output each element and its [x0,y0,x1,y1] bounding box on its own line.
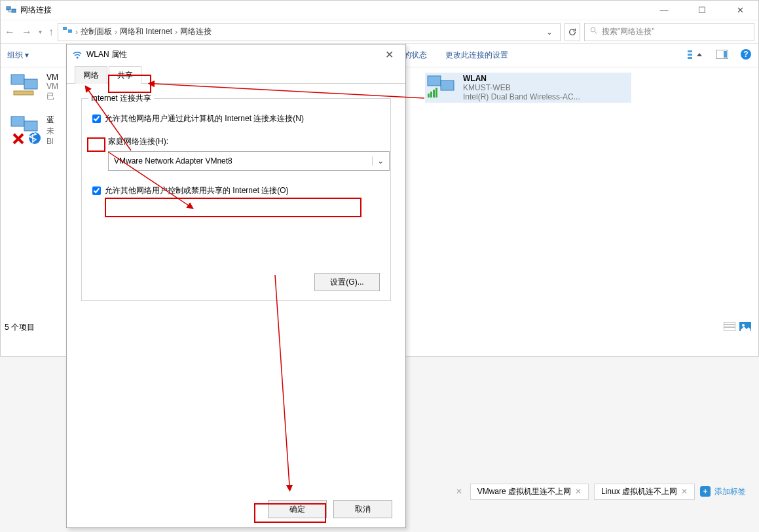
cancel-button[interactable]: 取消 [333,500,392,518]
connection-wlan[interactable]: WLAN KMUST-WEB Intel(R) Dual Band Wirele… [425,73,631,103]
wlan-adapter-icon [426,74,458,100]
group-legend: Internet 连接共享 [88,93,154,104]
wlan-properties-dialog: WLAN 属性 ✕ 网络 共享 Internet 连接共享 允许其他网络用户通过… [66,44,406,528]
close-icon[interactable]: ✕ [575,487,582,496]
plus-icon: + [700,486,711,497]
view-options-icon[interactable] [688,49,705,62]
ics-groupbox: Internet 连接共享 允许其他网络用户通过此计算机的 Internet 连… [81,98,391,301]
svg-rect-14 [428,94,430,98]
svg-rect-16 [433,90,435,98]
search-icon [590,27,598,37]
item-count: 5 个项目 [5,322,35,333]
crumb-1[interactable]: 控制面板 [81,26,112,37]
up-button[interactable]: ↑ [48,26,54,38]
toolbar-change-settings[interactable]: 更改此连接的设置 [445,50,508,61]
address-dropdown[interactable]: ⌄ [543,27,556,37]
allow-control-label: 允许其他网络用户控制或禁用共享的 Internet 连接(O) [105,185,289,196]
dialog-titlebar: WLAN 属性 ✕ [67,44,405,64]
wifi-icon [72,49,83,60]
home-connection-label: 家庭网络连接(H): [108,136,380,147]
tag-bar: ✕ VMware 虚拟机里连不上网✕ Linux 虚拟机连不上网✕ +添加标签 [0,481,759,502]
nav-arrows: ← → ▾ ↑ [5,26,54,38]
thumbnails-view-icon[interactable] [739,322,751,333]
window-controls: ― ☐ ✕ [651,5,753,15]
network-icon [6,5,16,16]
allow-control-checkbox[interactable] [92,186,101,195]
bt-adapter-icon [10,115,41,141]
organize-menu[interactable]: 组织 ▾ [7,50,29,61]
wlan-name: WLAN [463,74,580,83]
maximize-button[interactable]: ☐ [689,5,715,15]
close-icon[interactable]: ✕ [681,487,688,496]
combo-value: VMware Network Adapter VMnet8 [114,156,232,166]
add-tag-button[interactable]: +添加标签 [700,486,746,497]
svg-point-26 [742,324,745,327]
close-button[interactable]: ✕ [727,5,753,15]
svg-point-27 [77,57,79,59]
svg-rect-20 [14,91,33,95]
svg-rect-9 [724,51,727,58]
svg-rect-0 [7,7,10,10]
wlan-ssid: KMUST-WEB [463,83,580,92]
svg-rect-24 [724,322,735,331]
wlan-adapter: Intel(R) Dual Band Wireless-AC... [463,92,580,101]
svg-rect-21 [11,116,24,126]
breadcrumb[interactable]: › 控制面板 › 网络和 Internet › 网络连接 ⌄ [58,23,561,41]
home-connection-combo[interactable]: VMware Network Adapter VMnet8 ⌄ [108,151,390,171]
svg-rect-22 [24,121,37,131]
tag-2[interactable]: Linux 虚拟机连不上网✕ [594,484,695,500]
svg-rect-12 [428,76,441,86]
settings-button[interactable]: 设置(G)... [314,273,380,291]
tab-sharing[interactable]: 共享 [109,66,141,84]
tag-1[interactable]: VMware 虚拟机里连不上网✕ [470,484,589,500]
forward-button[interactable]: → [22,26,32,38]
svg-point-23 [29,132,41,144]
svg-rect-15 [430,92,432,98]
svg-rect-3 [68,29,72,33]
tag-remove-x[interactable]: ✕ [453,487,465,496]
ok-button[interactable]: 确定 [268,500,327,518]
allow-sharing-label: 允许其他网络用户通过此计算机的 Internet 连接来连接(N) [105,113,304,124]
svg-rect-5 [688,50,692,52]
breadcrumb-icon [62,26,73,38]
dialog-title: WLAN 属性 [86,49,127,60]
adapter-icon [10,73,41,99]
svg-rect-6 [688,54,692,56]
svg-rect-2 [63,27,67,30]
svg-rect-17 [435,88,437,98]
search-placeholder: 搜索"网络连接" [602,26,655,37]
crumb-2[interactable]: 网络和 Internet [120,26,172,37]
minimize-button[interactable]: ― [651,5,677,15]
refresh-button[interactable] [565,23,580,41]
search-input[interactable]: 搜索"网络连接" [584,23,754,41]
svg-rect-19 [24,79,37,89]
help-icon[interactable]: ? [740,48,752,62]
tab-network[interactable]: 网络 [75,66,107,84]
svg-rect-7 [688,57,692,59]
svg-point-4 [591,27,595,32]
details-view-icon[interactable] [724,322,735,333]
chevron-down-icon: ⌄ [372,156,384,166]
back-button[interactable]: ← [5,26,15,38]
svg-rect-18 [11,75,24,84]
allow-sharing-checkbox[interactable] [92,115,101,123]
dialog-close-button[interactable]: ✕ [378,48,400,61]
history-dropdown[interactable]: ▾ [39,28,42,35]
window-title: 网络连接 [20,5,651,16]
svg-rect-13 [441,80,454,90]
preview-pane-icon[interactable] [716,50,728,61]
tab-strip: 网络 共享 [67,64,405,84]
crumb-3[interactable]: 网络连接 [180,26,212,37]
address-bar-row: ← → ▾ ↑ › 控制面板 › 网络和 Internet › 网络连接 ⌄ 搜… [1,20,758,44]
svg-text:?: ? [743,50,748,59]
explorer-titlebar: 网络连接 ― ☐ ✕ [1,1,758,20]
